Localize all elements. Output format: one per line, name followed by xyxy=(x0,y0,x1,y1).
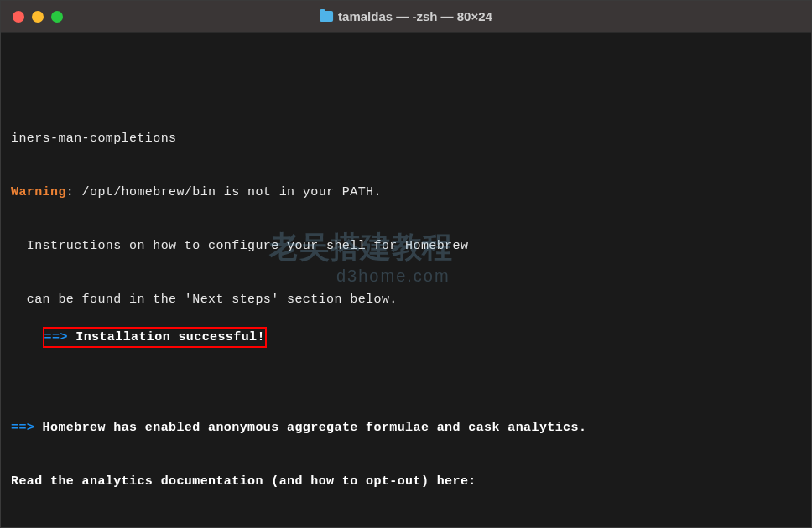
analytics-enabled-text: Homebrew has enabled anonymous aggregate… xyxy=(34,421,586,435)
close-button[interactable] xyxy=(13,11,24,23)
warning-text: : /opt/homebrew/bin is not in your PATH. xyxy=(66,185,382,199)
analytics-read-text: Read the analytics documentation (and ho… xyxy=(11,473,801,490)
warning-label: Warning xyxy=(11,185,66,199)
title-text: tamaldas — -zsh — 80×24 xyxy=(338,9,492,23)
watermark-url: d3home.com xyxy=(336,264,450,287)
output-line: https://docs.brew.sh/Analytics xyxy=(11,526,801,527)
folder-icon xyxy=(320,11,333,22)
blank-line xyxy=(11,365,801,383)
terminal-window: tamaldas — -zsh — 80×24 老吴搭建教程 d3home.co… xyxy=(0,0,812,528)
traffic-lights xyxy=(1,11,63,23)
arrow-icon: ==> xyxy=(11,421,34,435)
minimize-button[interactable] xyxy=(32,11,44,23)
arrow-icon: ==> xyxy=(44,330,68,344)
maximize-button[interactable] xyxy=(51,11,63,23)
window-title: tamaldas — -zsh — 80×24 xyxy=(320,9,492,23)
output-line: Instructions on how to configure your sh… xyxy=(11,237,801,255)
highlight-install-success: ==> Installation successful! xyxy=(43,327,267,348)
output-line: Warning: /opt/homebrew/bin is not in you… xyxy=(11,184,801,201)
output-line: ==> Homebrew has enabled anonymous aggre… xyxy=(11,419,801,437)
output-line: iners-man-completions xyxy=(11,130,801,148)
window-titlebar[interactable]: tamaldas — -zsh — 80×24 xyxy=(1,1,811,33)
output-line: can be found in the 'Next steps' section… xyxy=(11,291,801,308)
terminal-body[interactable]: 老吴搭建教程 d3home.com iners-man-completions … xyxy=(1,33,811,527)
install-success-text: Installation successful! xyxy=(68,330,265,344)
